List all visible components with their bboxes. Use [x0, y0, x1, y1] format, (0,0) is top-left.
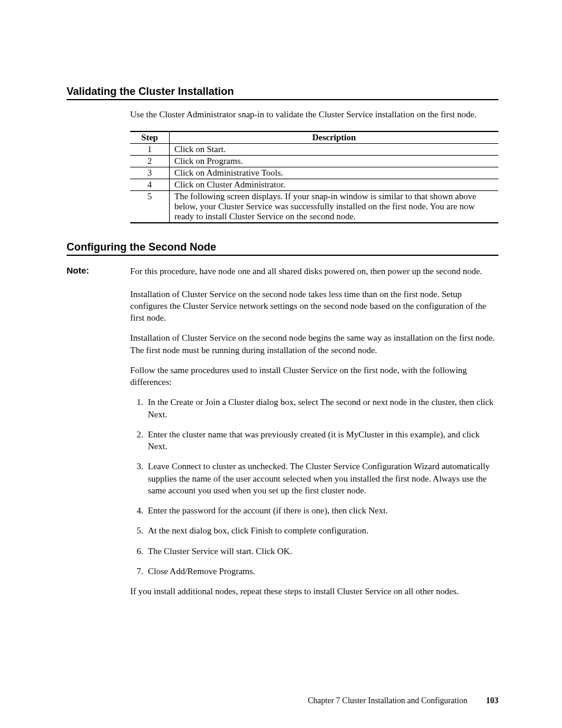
section2-p3: Follow the same procedures used to insta…: [130, 364, 498, 388]
table-row: 2 Click on Programs.: [130, 156, 498, 167]
step-number: 1: [130, 144, 170, 156]
step-desc: Click on Start.: [170, 144, 499, 156]
section2-p4: If you install additional nodes, repeat …: [130, 585, 498, 597]
steps-table: Step Description 1 Click on Start. 2 Cli…: [130, 131, 498, 223]
table-header-desc: Description: [170, 131, 499, 144]
table-row: 1 Click on Start.: [130, 144, 498, 156]
step-number: 4: [130, 179, 170, 191]
section-heading-configuring: Configuring the Second Node: [67, 241, 498, 256]
note-block: Note: For this procedure, have node one …: [67, 265, 498, 277]
step-number: 5: [130, 191, 170, 223]
footer-page-number: 103: [486, 696, 498, 705]
table-row: 3 Click on Administrative Tools.: [130, 167, 498, 179]
list-item: At the next dialog box, click Finish to …: [146, 525, 498, 536]
note-label: Note:: [67, 265, 130, 277]
note-text: For this procedure, have node one and al…: [130, 265, 498, 277]
list-item: In the Create or Join a Cluster dialog b…: [146, 396, 498, 420]
step-number: 3: [130, 167, 170, 179]
section2-p1: Installation of Cluster Service on the s…: [130, 288, 498, 324]
step-desc: Click on Programs.: [170, 156, 499, 167]
page-footer: Chapter 7 Cluster Installation and Confi…: [308, 696, 498, 706]
document-page: Validating the Cluster Installation Use …: [0, 0, 562, 728]
table-header-step: Step: [130, 131, 170, 144]
footer-chapter: Chapter 7 Cluster Installation and Confi…: [308, 696, 467, 705]
table-row: 5 The following screen displays. If your…: [130, 191, 498, 223]
table-row: 4 Click on Cluster Administrator.: [130, 179, 498, 191]
differences-list: In the Create or Join a Cluster dialog b…: [130, 396, 498, 577]
list-item: Close Add/Remove Programs.: [146, 565, 498, 577]
list-item: Leave Connect to cluster as unchecked. T…: [146, 460, 498, 496]
section2-p2: Installation of Cluster Service on the s…: [130, 332, 498, 356]
step-desc: The following screen displays. If your s…: [170, 191, 499, 223]
section1-intro: Use the Cluster Administrator snap-in to…: [130, 108, 498, 120]
list-item: Enter the password for the account (if t…: [146, 505, 498, 516]
section-heading-validating: Validating the Cluster Installation: [67, 85, 498, 100]
step-number: 2: [130, 156, 170, 167]
section1-body: Use the Cluster Administrator snap-in to…: [130, 108, 498, 223]
step-desc: Click on Administrative Tools.: [170, 167, 499, 179]
section2-body: Installation of Cluster Service on the s…: [130, 288, 498, 598]
step-desc: Click on Cluster Administrator.: [170, 179, 499, 191]
list-item: Enter the cluster name that was previous…: [146, 429, 498, 453]
list-item: The Cluster Service will start. Click OK…: [146, 545, 498, 557]
